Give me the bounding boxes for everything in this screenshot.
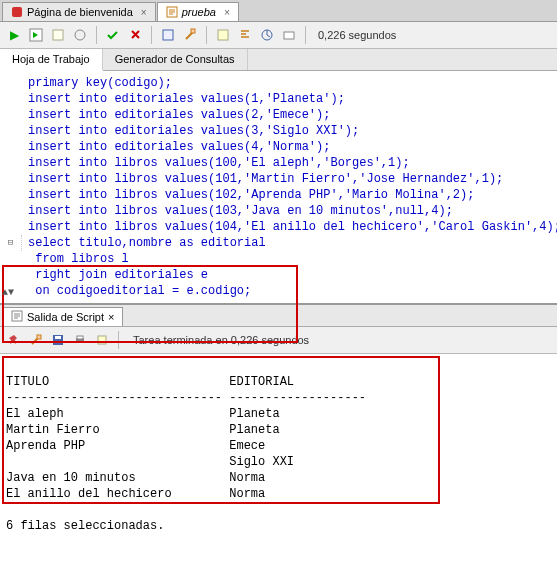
svg-rect-11 bbox=[37, 335, 41, 339]
tab-label: prueba bbox=[182, 6, 216, 18]
svg-rect-6 bbox=[191, 29, 195, 33]
col-titulo: TITULO bbox=[6, 375, 49, 389]
cell-editorial: Planeta bbox=[229, 423, 279, 437]
code-text: from libros l bbox=[28, 252, 129, 266]
explain-plan-button[interactable] bbox=[48, 25, 68, 45]
cell-editorial: Emece bbox=[229, 439, 265, 453]
close-icon[interactable]: × bbox=[108, 311, 114, 323]
cell-titulo: El aleph bbox=[6, 407, 64, 421]
rollback-button[interactable] bbox=[125, 25, 145, 45]
run-button[interactable]: ▶ bbox=[4, 25, 24, 45]
cell-editorial: Norma bbox=[229, 487, 265, 501]
file-tabs: Página de bienvenida × prueba × bbox=[0, 0, 557, 22]
sql-history-button[interactable] bbox=[213, 25, 233, 45]
separator bbox=[206, 26, 207, 44]
tab-label: Salida de Script bbox=[27, 311, 104, 323]
print-output-button[interactable] bbox=[70, 330, 90, 350]
script-output[interactable]: TITULO EDITORIAL -----------------------… bbox=[0, 354, 557, 566]
col-editorial: EDITORIAL bbox=[229, 375, 294, 389]
divider: ------------------- bbox=[229, 391, 366, 405]
close-icon[interactable]: × bbox=[141, 7, 147, 18]
code-text: insert into editoriales values(4,'Norma'… bbox=[28, 140, 330, 154]
sql-tuning-button[interactable] bbox=[257, 25, 277, 45]
svg-rect-3 bbox=[53, 30, 63, 40]
subtab-query-builder[interactable]: Generador de Consultas bbox=[103, 49, 248, 70]
commit-button[interactable] bbox=[103, 25, 123, 45]
code-text: insert into editoriales values(1,'Planet… bbox=[28, 92, 345, 106]
clear-button[interactable] bbox=[180, 25, 200, 45]
svg-rect-13 bbox=[55, 336, 61, 339]
code-text: insert into libros values(102,'Aprenda P… bbox=[28, 188, 474, 202]
code-text: insert into editoriales values(3,'Siglo … bbox=[28, 124, 359, 138]
tab-label: Página de bienvenida bbox=[27, 6, 133, 18]
svg-rect-9 bbox=[284, 32, 294, 39]
code-text: on codigoeditorial = e.codigo; bbox=[28, 284, 251, 298]
separator bbox=[151, 26, 152, 44]
separator bbox=[305, 26, 306, 44]
clear-output-button[interactable] bbox=[26, 330, 46, 350]
sql-file-icon bbox=[166, 6, 178, 18]
code-text: insert into libros values(104,'El anillo… bbox=[28, 220, 557, 234]
dbms-output-button[interactable] bbox=[279, 25, 299, 45]
worksheet-subtabs: Hoja de Trabajo Generador de Consultas bbox=[0, 49, 557, 71]
close-icon[interactable]: × bbox=[224, 7, 230, 18]
svg-rect-5 bbox=[163, 30, 173, 40]
output-toolbar: Tarea terminada en 0,226 segundos bbox=[0, 327, 557, 354]
tab-script-output[interactable]: Salida de Script × bbox=[2, 307, 123, 326]
sql-editor[interactable]: primary key(codigo); insert into editori… bbox=[0, 71, 557, 305]
cell-editorial: Norma bbox=[229, 471, 265, 485]
svg-rect-0 bbox=[12, 7, 22, 17]
code-text: right join editoriales e bbox=[28, 268, 208, 282]
execution-time: 0,226 segundos bbox=[318, 29, 396, 41]
cell-titulo: El anillo del hechicero bbox=[6, 487, 172, 501]
svg-point-4 bbox=[75, 30, 85, 40]
format-button[interactable] bbox=[235, 25, 255, 45]
tab-prueba[interactable]: prueba × bbox=[157, 2, 239, 21]
oracle-icon bbox=[11, 6, 23, 18]
rows-selected: 6 filas seleccionadas. bbox=[6, 519, 164, 533]
save-output-button[interactable] bbox=[48, 330, 68, 350]
main-toolbar: ▶ 0,226 segundos bbox=[0, 22, 557, 49]
code-text: insert into editoriales values(2,'Emece'… bbox=[28, 108, 330, 122]
run-script-button[interactable] bbox=[26, 25, 46, 45]
cell-titulo: Aprenda PHP bbox=[6, 439, 85, 453]
code-text: select titulo,nombre as editorial bbox=[28, 236, 266, 250]
separator bbox=[118, 331, 119, 349]
tab-welcome[interactable]: Página de bienvenida × bbox=[2, 2, 156, 21]
svg-rect-15 bbox=[77, 336, 83, 339]
autotrace-button[interactable] bbox=[70, 25, 90, 45]
code-text: insert into libros values(101,'Martin Fi… bbox=[28, 172, 503, 186]
code-text: primary key(codigo); bbox=[28, 76, 172, 90]
cancel-sql-button[interactable] bbox=[92, 330, 112, 350]
code-text: insert into libros values(100,'El aleph'… bbox=[28, 156, 410, 170]
scroll-up-icon[interactable]: ▲▼ bbox=[2, 285, 14, 301]
fold-icon[interactable]: ⊟ bbox=[8, 238, 13, 248]
code-text: insert into libros values(103,'Java en 1… bbox=[28, 204, 453, 218]
divider: ------------------------------ bbox=[6, 391, 222, 405]
separator bbox=[96, 26, 97, 44]
cell-editorial: Siglo XXI bbox=[229, 455, 294, 469]
svg-rect-7 bbox=[218, 30, 228, 40]
script-output-icon bbox=[11, 310, 23, 324]
task-status: Tarea terminada en 0,226 segundos bbox=[133, 334, 309, 346]
pin-button[interactable] bbox=[4, 330, 24, 350]
svg-rect-16 bbox=[98, 336, 106, 344]
subtab-worksheet[interactable]: Hoja de Trabajo bbox=[0, 49, 103, 71]
output-tabs: Salida de Script × bbox=[0, 305, 557, 327]
cell-titulo: Java en 10 minutos bbox=[6, 471, 136, 485]
cell-titulo: Martin Fierro bbox=[6, 423, 100, 437]
unshared-button[interactable] bbox=[158, 25, 178, 45]
cell-editorial: Planeta bbox=[229, 407, 279, 421]
